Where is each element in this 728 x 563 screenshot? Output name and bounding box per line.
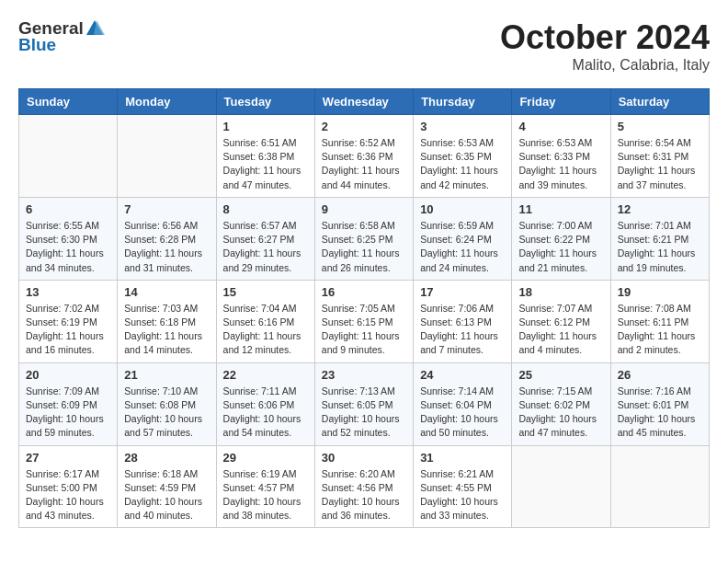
day-number: 10 [420,202,505,216]
day-number: 17 [420,285,505,299]
calendar-cell: 1Sunrise: 6:51 AM Sunset: 6:38 PM Daylig… [216,115,314,198]
day-content: Sunrise: 7:10 AM Sunset: 6:08 PM Dayligh… [124,385,209,441]
day-number: 29 [223,451,308,465]
day-number: 13 [26,285,110,299]
calendar-cell: 12Sunrise: 7:01 AM Sunset: 6:21 PM Dayli… [610,197,709,280]
day-number: 22 [223,368,308,382]
weekday-header-thursday: Thursday [414,89,512,115]
calendar-cell: 7Sunrise: 6:56 AM Sunset: 6:28 PM Daylig… [118,197,216,280]
calendar-table: SundayMondayTuesdayWednesdayThursdayFrid… [18,88,710,528]
day-number: 16 [322,285,406,299]
calendar-cell: 6Sunrise: 6:55 AM Sunset: 6:30 PM Daylig… [19,197,118,280]
day-content: Sunrise: 7:02 AM Sunset: 6:19 PM Dayligh… [26,302,110,358]
calendar-cell: 19Sunrise: 7:08 AM Sunset: 6:11 PM Dayli… [610,280,709,362]
day-content: Sunrise: 6:53 AM Sunset: 6:35 PM Dayligh… [420,136,505,192]
day-number: 5 [618,120,702,133]
calendar-cell: 27Sunrise: 6:17 AM Sunset: 5:00 PM Dayli… [19,445,118,528]
day-content: Sunrise: 7:14 AM Sunset: 6:04 PM Dayligh… [420,385,505,441]
weekday-header-tuesday: Tuesday [216,89,314,115]
day-content: Sunrise: 6:56 AM Sunset: 6:28 PM Dayligh… [124,219,209,275]
day-content: Sunrise: 7:16 AM Sunset: 6:01 PM Dayligh… [618,385,702,441]
logo-icon [85,18,105,39]
day-number: 12 [618,202,702,216]
calendar-cell: 22Sunrise: 7:11 AM Sunset: 6:06 PM Dayli… [216,362,314,445]
title-block: October 2024 Malito, Calabria, Italy [500,18,710,74]
day-content: Sunrise: 6:59 AM Sunset: 6:24 PM Dayligh… [420,219,505,275]
calendar-cell: 23Sunrise: 7:13 AM Sunset: 6:05 PM Dayli… [314,362,413,445]
calendar-cell: 26Sunrise: 7:16 AM Sunset: 6:01 PM Dayli… [610,362,709,445]
weekday-header-monday: Monday [118,89,216,115]
page-header: General Blue October 2024 Malito, Calabr… [18,18,710,74]
page-subtitle: Malito, Calabria, Italy [500,57,710,74]
weekday-header-saturday: Saturday [610,89,709,115]
calendar-cell: 4Sunrise: 6:53 AM Sunset: 6:33 PM Daylig… [512,115,610,198]
day-number: 19 [618,285,702,299]
day-number: 2 [322,120,406,133]
calendar-week-row: 20Sunrise: 7:09 AM Sunset: 6:09 PM Dayli… [19,362,710,445]
day-number: 15 [223,285,308,299]
day-content: Sunrise: 7:05 AM Sunset: 6:15 PM Dayligh… [322,302,406,358]
day-content: Sunrise: 6:17 AM Sunset: 5:00 PM Dayligh… [26,467,110,523]
day-content: Sunrise: 7:03 AM Sunset: 6:18 PM Dayligh… [124,302,209,358]
calendar-cell: 13Sunrise: 7:02 AM Sunset: 6:19 PM Dayli… [19,280,118,362]
calendar-cell: 11Sunrise: 7:00 AM Sunset: 6:22 PM Dayli… [512,197,610,280]
calendar-cell: 3Sunrise: 6:53 AM Sunset: 6:35 PM Daylig… [414,115,512,198]
weekday-header-wednesday: Wednesday [314,89,413,115]
day-content: Sunrise: 6:19 AM Sunset: 4:57 PM Dayligh… [223,467,308,523]
day-content: Sunrise: 6:55 AM Sunset: 6:30 PM Dayligh… [26,219,110,275]
day-content: Sunrise: 7:15 AM Sunset: 6:02 PM Dayligh… [518,385,603,441]
day-number: 3 [420,120,505,133]
day-content: Sunrise: 7:06 AM Sunset: 6:13 PM Dayligh… [420,302,505,358]
day-content: Sunrise: 7:09 AM Sunset: 6:09 PM Dayligh… [26,385,110,441]
calendar-cell [512,445,610,528]
day-content: Sunrise: 6:18 AM Sunset: 4:59 PM Dayligh… [124,467,209,523]
calendar-cell: 15Sunrise: 7:04 AM Sunset: 6:16 PM Dayli… [216,280,314,362]
day-content: Sunrise: 7:08 AM Sunset: 6:11 PM Dayligh… [618,302,702,358]
day-number: 23 [322,368,406,382]
day-content: Sunrise: 6:20 AM Sunset: 4:56 PM Dayligh… [322,467,406,523]
day-number: 7 [124,202,209,216]
day-number: 6 [26,202,110,216]
calendar-cell: 18Sunrise: 7:07 AM Sunset: 6:12 PM Dayli… [512,280,610,362]
day-number: 27 [26,451,110,465]
page-title: October 2024 [500,18,710,57]
calendar-cell: 9Sunrise: 6:58 AM Sunset: 6:25 PM Daylig… [314,197,413,280]
calendar-week-row: 13Sunrise: 7:02 AM Sunset: 6:19 PM Dayli… [19,280,710,362]
day-content: Sunrise: 7:11 AM Sunset: 6:06 PM Dayligh… [223,385,308,441]
calendar-cell: 5Sunrise: 6:54 AM Sunset: 6:31 PM Daylig… [610,115,709,198]
calendar-cell: 30Sunrise: 6:20 AM Sunset: 4:56 PM Dayli… [314,445,413,528]
day-number: 9 [322,202,406,216]
day-number: 30 [322,451,406,465]
weekday-header-sunday: Sunday [19,89,118,115]
logo: General Blue [18,18,106,55]
calendar-cell: 20Sunrise: 7:09 AM Sunset: 6:09 PM Dayli… [19,362,118,445]
calendar-cell: 2Sunrise: 6:52 AM Sunset: 6:36 PM Daylig… [314,115,413,198]
day-number: 26 [618,368,702,382]
day-content: Sunrise: 6:53 AM Sunset: 6:33 PM Dayligh… [518,136,603,192]
calendar-cell: 8Sunrise: 6:57 AM Sunset: 6:27 PM Daylig… [216,197,314,280]
calendar-cell [610,445,709,528]
calendar-week-row: 27Sunrise: 6:17 AM Sunset: 5:00 PM Dayli… [19,445,710,528]
calendar-cell: 24Sunrise: 7:14 AM Sunset: 6:04 PM Dayli… [414,362,512,445]
day-content: Sunrise: 6:54 AM Sunset: 6:31 PM Dayligh… [618,136,702,192]
day-content: Sunrise: 6:21 AM Sunset: 4:55 PM Dayligh… [420,467,505,523]
day-content: Sunrise: 6:52 AM Sunset: 6:36 PM Dayligh… [322,136,406,192]
day-content: Sunrise: 6:58 AM Sunset: 6:25 PM Dayligh… [322,219,406,275]
day-content: Sunrise: 7:01 AM Sunset: 6:21 PM Dayligh… [618,219,702,275]
calendar-cell [118,115,216,198]
calendar-cell: 28Sunrise: 6:18 AM Sunset: 4:59 PM Dayli… [118,445,216,528]
day-content: Sunrise: 7:13 AM Sunset: 6:05 PM Dayligh… [322,385,406,441]
calendar-cell: 10Sunrise: 6:59 AM Sunset: 6:24 PM Dayli… [414,197,512,280]
day-content: Sunrise: 7:04 AM Sunset: 6:16 PM Dayligh… [223,302,308,358]
calendar-week-row: 6Sunrise: 6:55 AM Sunset: 6:30 PM Daylig… [19,197,710,280]
day-number: 31 [420,451,505,465]
calendar-week-row: 1Sunrise: 6:51 AM Sunset: 6:38 PM Daylig… [19,115,710,198]
day-number: 8 [223,202,308,216]
day-content: Sunrise: 7:07 AM Sunset: 6:12 PM Dayligh… [518,302,603,358]
day-number: 21 [124,368,209,382]
day-number: 25 [518,368,603,382]
day-content: Sunrise: 6:51 AM Sunset: 6:38 PM Dayligh… [223,136,308,192]
calendar-cell [19,115,118,198]
logo-blue: Blue [18,35,56,55]
day-number: 1 [223,120,308,133]
